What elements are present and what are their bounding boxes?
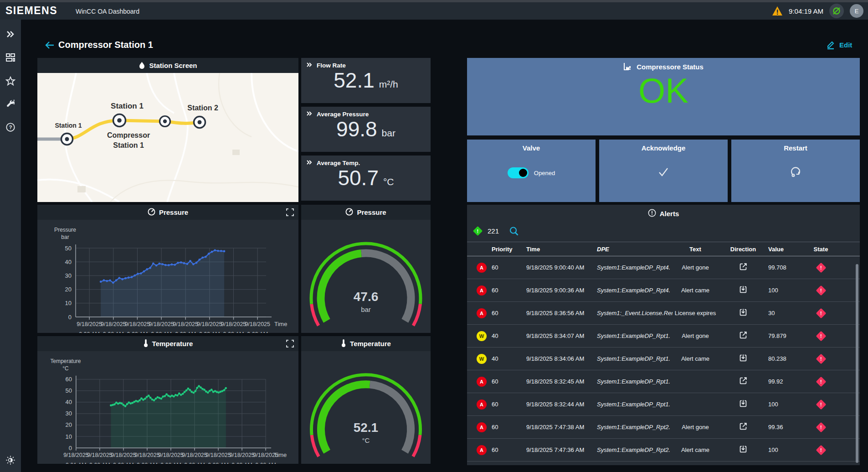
acknowledge-button-tile[interactable]: Acknowledge [599,140,728,202]
alert-state-icon[interactable]: ! [816,285,826,296]
alert-state-icon[interactable]: ! [816,308,826,318]
svg-text:50: 50 [65,245,72,252]
svg-text:9:02 AM: 9:02 AM [137,462,158,464]
svg-text:9:02 AM: 9:02 AM [151,331,172,333]
edit-button[interactable]: Edit [826,40,852,50]
svg-text:bar: bar [361,306,371,313]
column-header-state[interactable]: State [814,246,828,253]
help-icon[interactable]: ? [5,122,16,133]
pressure-gauge: 47.6bar [301,220,431,333]
station-node-1[interactable] [62,134,73,145]
alert-text: Alert came [681,287,709,294]
temperature-chart[interactable]: 01020304050609/18/20259:01 AM9/18/20259:… [37,351,298,464]
valve-toggle[interactable] [508,167,529,178]
svg-text:47.6: 47.6 [354,290,379,304]
station-map-svg: Station 1 Station 1 Compressor Station 1… [37,73,298,202]
restart-button-tile[interactable]: Restart [731,140,860,202]
svg-text:9/18/2025: 9/18/2025 [77,321,102,327]
valve-control-tile[interactable]: Valve Opened [467,140,596,202]
pencil-icon [826,40,836,50]
alert-time: 9/18/2025 8:34:07 AM [526,332,597,339]
alert-row[interactable]: A609/18/2025 8:36:56 AMSystem1:_Event.Li… [467,302,860,325]
station-screen-title: Station Screen [149,62,197,69]
svg-text:60: 60 [65,376,72,383]
alert-count: 221 [488,227,499,235]
app-title: WinCC OA Dashboard [76,8,139,15]
double-chevron-icon [306,111,313,118]
pressure-chart-title: Pressure [159,208,188,216]
alerts-panel: Alerts ! 221 PriorityTimeDPETextDirectio… [467,205,860,465]
pressure-chart[interactable]: 010203040509/18/20259:02 AM9/18/20259:02… [37,220,298,333]
alert-state-icon[interactable]: ! [816,331,826,341]
station-screen-panel: Station Screen [37,58,298,202]
alert-state-icon[interactable]: ! [816,399,826,410]
column-header-time[interactable]: Time [526,246,597,253]
svg-text:9:03 AM: 9:03 AM [231,462,252,464]
user-avatar[interactable]: E [850,4,863,18]
column-header-text[interactable]: Text [689,246,701,253]
kpi-average-pressure-number: 99.8 [336,117,377,141]
svg-text:9:02 AM: 9:02 AM [160,462,181,464]
alert-row[interactable]: W409/18/2025 8:34:07 AMSystem1:ExampleDP… [467,325,860,348]
alert-state-icon[interactable]: ! [816,422,826,432]
column-header-value[interactable]: Value [768,246,801,253]
column-header-dpe[interactable]: DPE [597,246,673,253]
svg-text:°C: °C [62,365,69,372]
valve-title: Valve [467,140,596,152]
alert-dpe: System1:ExampleDP_Rpt2. [597,424,673,431]
alert-row[interactable]: A609/18/2025 7:47:38 AMSystem1:ExampleDP… [467,416,860,439]
svg-text:9/18/2025: 9/18/2025 [221,321,247,327]
svg-text:40: 40 [65,399,72,405]
alert-row[interactable]: A609/18/2025 8:32:45 AMSystem1:ExampleDP… [467,370,860,393]
theme-brightness-icon[interactable] [5,455,16,466]
search-icon[interactable] [509,226,519,236]
connection-status-button[interactable] [829,4,844,18]
alert-row[interactable]: A609/18/2025 9:00:36 AMSystem1:ExampleDP… [467,279,860,302]
alert-row[interactable]: A609/18/2025 9:00:40 AMSystem1:ExampleDP… [467,256,860,279]
restart-refresh-icon [790,166,801,180]
alert-dpe: System1:ExampleDP_Rpt4. [597,287,673,294]
station-node-2[interactable] [194,117,205,128]
station-map: Station 1 Station 1 Compressor Station 1… [37,73,298,202]
compressor-station-node[interactable] [113,114,126,127]
system-tools-icon[interactable] [5,99,16,109]
mid-node[interactable] [160,116,170,127]
dashboards-icon[interactable] [5,52,16,63]
alert-value: 99.92 [768,378,801,385]
column-header-priority[interactable]: Priority [492,246,526,253]
expand-sidebar-icon[interactable] [5,29,16,40]
alert-time: 9/18/2025 8:34:06 AM [526,355,597,362]
fullscreen-icon[interactable] [286,340,294,348]
fullscreen-icon[interactable] [286,208,294,216]
warning-icon[interactable] [772,6,783,16]
factory-chart-icon [623,62,632,71]
alerts-table-header: PriorityTimeDPETextDirectionValueState [467,242,860,256]
column-header-direction[interactable]: Direction [730,246,756,253]
favorites-star-icon[interactable] [5,75,16,86]
alert-state-icon[interactable]: ! [816,376,826,387]
alert-row[interactable]: A609/18/2025 7:47:36 AMSystem1:ExampleDP… [467,439,860,462]
alert-state-icon[interactable]: ! [816,353,826,364]
alert-state-icon[interactable]: ! [816,262,826,273]
alert-came-icon [738,307,748,319]
svg-text:9/18/2025: 9/18/2025 [245,321,270,327]
alert-time: 9/18/2025 9:00:40 AM [526,264,597,271]
alerts-scrollbar[interactable] [856,264,858,463]
alerts-title: Alerts [660,210,679,218]
dashboard-screen: SIEMENS WinCC OA Dashboard 9:04:19 AM E … [0,0,868,472]
alert-count-diamond-icon: ! [473,226,483,236]
map-label-station1: Station 1 [111,102,144,110]
kpi-flow-rate: Flow Rate 52.1 m²/h [301,58,431,103]
back-arrow-icon[interactable] [45,41,55,50]
alert-severity-badge: A [477,445,487,455]
pressure-gauge-header: Pressure [301,205,431,220]
svg-text:9:03 AM: 9:03 AM [175,331,196,333]
svg-text:9:03 AM: 9:03 AM [247,331,268,333]
alert-value: 79.879 [768,332,801,339]
alert-priority: 60 [492,264,526,271]
svg-text:9/18/2025: 9/18/2025 [101,321,126,327]
alert-state-icon[interactable]: ! [816,445,826,455]
alert-time: 9/18/2025 7:47:36 AM [526,446,597,453]
alert-row[interactable]: A609/18/2025 8:32:44 AMSystem1:ExampleDP… [467,393,860,416]
alert-row[interactable]: W409/18/2025 8:34:06 AMSystem1:ExampleDP… [467,348,860,370]
